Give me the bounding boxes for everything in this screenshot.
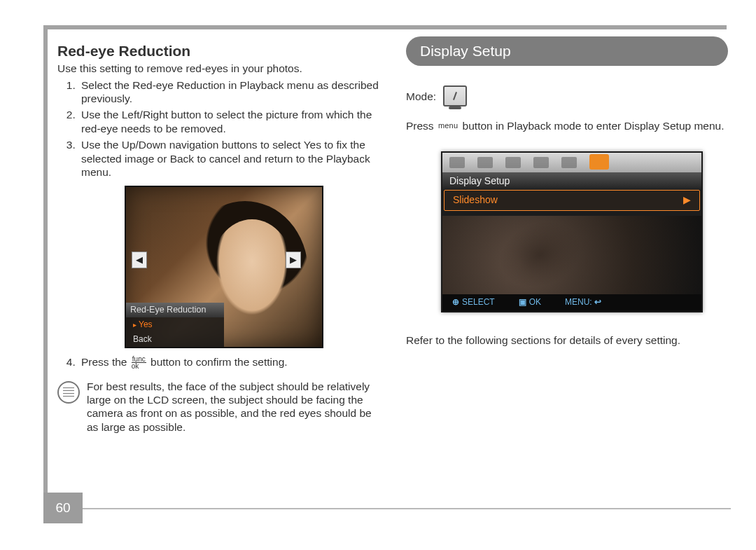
footer-rule [83,508,731,509]
chevron-right-icon: ▶ [683,194,691,207]
lcd-menu-title: Red-Eye Reduction [126,303,224,318]
step-4: Press the func ok button to confirm the … [78,355,381,369]
menu-item-slideshow: Slideshow ▶ [444,190,700,211]
red-eye-steps-cont: Press the func ok button to confirm the … [57,355,381,369]
display-setup-screenshot: Display Setup Slideshow ▶ Wallpaper Sett… [441,151,703,312]
left-column: Red-eye Reduction Use this setting to re… [57,38,381,434]
tab-icon-2 [477,157,493,168]
note-icon [57,381,80,404]
mode-label: Mode: [406,90,436,103]
nav-left-icon: ◀ [132,252,147,268]
nav-right-icon: ▶ [286,252,301,268]
step-2: Use the Left/Right button to select the … [78,108,381,135]
tab-icon-1 [449,157,465,168]
footer-note: Refer to the following sections for deta… [406,334,729,347]
lcd-title: Display Setup [442,172,701,191]
lcd-menu: Red-Eye Reduction Yes Back [126,303,224,348]
page-frame: Red-eye Reduction Use this setting to re… [43,25,727,516]
page-number: 60 [43,493,83,523]
red-eye-steps: Select the Red-eye Reduction in Playback… [57,78,381,179]
note-row: For best results, the face of the subjec… [57,380,381,434]
tab-icon-3 [505,157,521,168]
press-instruction: Press menu button in Playback mode to en… [406,119,729,132]
red-eye-screenshot: ◀ ▶ Red-Eye Reduction Yes Back [125,186,323,348]
playback-mode-icon [443,85,467,106]
lcd-option-yes: Yes [126,317,224,332]
mode-row: Mode: [406,85,729,106]
step-3: Use the Up/Down navigation buttons to se… [78,138,381,179]
tab-icon-display [589,154,609,170]
lcd-option-back: Back [126,332,224,347]
tab-icon-4 [533,157,549,168]
red-eye-intro: Use this setting to remove red-eyes in y… [57,62,381,75]
lcd-hints: ⊕SELECT ▣OK MENU: ↩ [442,294,701,311]
func-ok-icon: func ok [132,356,146,369]
red-eye-heading: Red-eye Reduction [57,42,381,60]
tab-icon-5 [561,157,577,168]
menu-button-icon: menu [438,121,458,131]
lcd-tabs [442,153,701,172]
step-1: Select the Red-eye Reduction in Playback… [78,78,381,106]
lcd-background [442,216,701,294]
right-column: Display Setup Mode: Press menu button in… [406,38,729,434]
display-setup-header: Display Setup [406,36,728,66]
note-text: For best results, the face of the subjec… [87,380,374,434]
